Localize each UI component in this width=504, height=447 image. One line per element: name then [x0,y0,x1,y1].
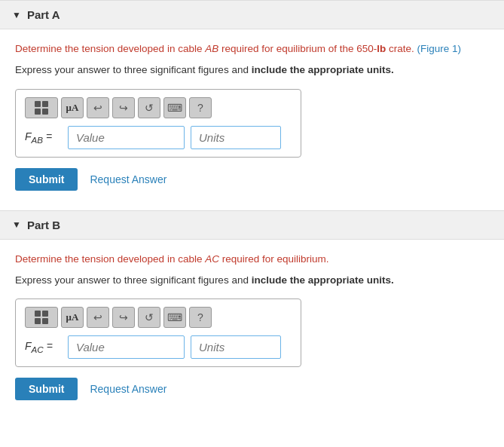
part-a-value-input[interactable] [68,126,185,149]
part-b-undo-button[interactable]: ↩ [87,307,109,328]
part-a-figure-link[interactable]: (Figure 1) [417,43,462,54]
part-a-label: FAB = [25,130,59,145]
part-b-undo-icon: ↩ [93,311,102,323]
part-b-grid-icon [35,311,48,324]
mu-button[interactable]: μA [61,97,84,118]
part-b-cable-label: AC [205,253,219,265]
keyboard-icon: ⌨ [167,102,182,114]
part-b-title: Part B [27,219,60,231]
part-b-help-button[interactable]: ? [189,307,212,328]
grid-button[interactable] [25,97,58,118]
part-b-keyboard-button[interactable]: ⌨ [163,307,186,328]
part-b-redo-button[interactable]: ↪ [112,307,135,328]
part-a-problem-text: Determine the tension developed in cable… [15,41,489,57]
part-b-help-icon: ? [197,311,203,323]
part-a-input-row: FAB = [25,126,292,149]
part-b-grid-button[interactable] [25,307,58,328]
part-b-units-input[interactable] [191,335,281,359]
part-a-toolbar: μA ↩ ↪ ↺ ⌨ ? [25,97,292,118]
part-b-problem-intro: Determine the tension developed in cable [15,253,205,265]
part-b-editor-box: μA ↩ ↪ ↺ ⌨ ? FAC [15,299,301,367]
part-b-collapse-arrow[interactable]: ▼ [12,219,21,230]
part-a-cable-label: AB [205,43,218,54]
part-b-instruction: Express your answer to three significant… [15,273,489,288]
part-b-problem-text: Determine the tension developed in cable… [15,252,489,267]
part-a-editor-box: μA ↩ ↪ ↺ ⌨ ? FAB [15,89,301,158]
part-b-reset-button[interactable]: ↺ [138,307,160,328]
undo-icon: ↩ [93,102,102,114]
part-a-instruction: Express your answer to three significant… [15,63,489,78]
redo-icon: ↪ [119,102,128,114]
part-b-mu-button[interactable]: μA [61,307,84,328]
reset-icon: ↺ [145,102,154,114]
part-b-body: Determine the tension developed in cable… [0,240,504,416]
part-a-header: ▼ Part A [0,0,504,29]
part-a-collapse-arrow[interactable]: ▼ [12,10,21,20]
part-a-action-row: Submit Request Answer [15,168,489,191]
part-b-action-row: Submit Request Answer [15,378,489,400]
part-b-section: ▼ Part B Determine the tension developed… [0,210,504,416]
part-b-label: FAC = [25,340,59,354]
grid-icon [35,101,48,115]
part-b-submit-button[interactable]: Submit [15,378,78,400]
part-b-problem-end: required for equilibrium. [219,253,329,265]
part-a-title: Part A [27,8,60,21]
redo-button[interactable]: ↪ [112,97,135,118]
help-button[interactable]: ? [189,97,212,118]
part-b-request-answer-link[interactable]: Request Answer [90,383,166,395]
mu-icon: μA [66,102,79,114]
part-a-body: Determine the tension developed in cable… [0,29,504,206]
part-b-header: ▼ Part B [0,210,504,240]
keyboard-button[interactable]: ⌨ [163,97,186,118]
part-a-problem-end: crate. [386,43,414,54]
part-b-reset-icon: ↺ [145,311,154,323]
part-a-problem-mid: required for equilibrium of the 650- [218,43,377,54]
part-a-problem-intro: Determine the tension developed in cable [15,43,205,54]
part-b-keyboard-icon: ⌨ [167,311,182,323]
part-b-toolbar: μA ↩ ↪ ↺ ⌨ ? [25,307,292,328]
part-a-units-input[interactable] [191,126,281,149]
part-a-submit-button[interactable]: Submit [15,168,78,191]
part-b-input-row: FAC = [25,335,292,359]
help-icon: ? [197,102,203,114]
part-b-mu-icon: μA [66,311,79,323]
part-b-value-input[interactable] [68,335,185,359]
part-a-section: ▼ Part A Determine the tension developed… [0,0,504,206]
part-b-redo-icon: ↪ [119,311,128,323]
undo-button[interactable]: ↩ [87,97,109,118]
reset-button[interactable]: ↺ [138,97,160,118]
part-a-weight-unit: lb [377,43,386,54]
part-a-request-answer-link[interactable]: Request Answer [90,173,166,185]
